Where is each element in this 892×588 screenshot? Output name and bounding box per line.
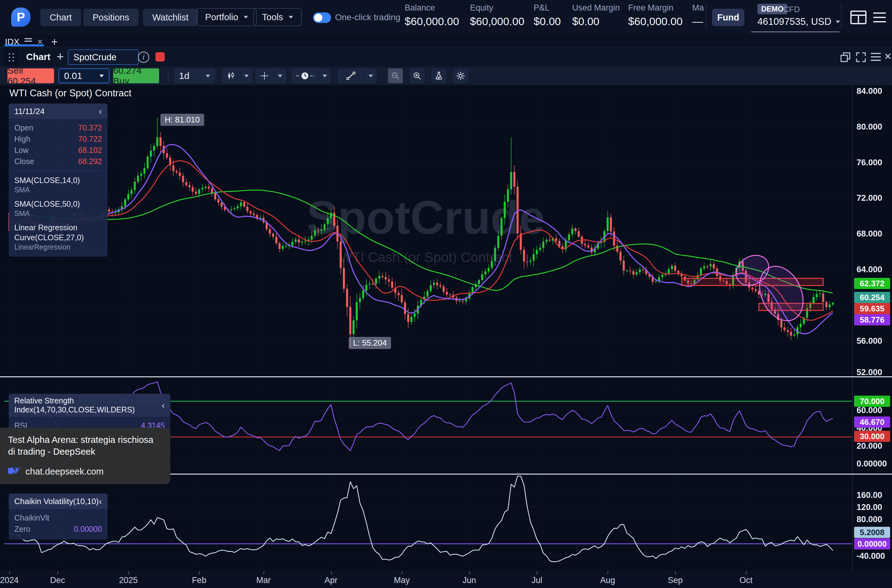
panel-separator[interactable] [0,376,892,377]
settings-gear-icon[interactable] [453,68,468,83]
legend-row: Low68.102 [14,144,102,156]
time-axis-label: Dec [50,576,65,585]
chart-type-dropdown[interactable] [222,68,252,83]
time-axis-label: Sep [668,576,682,585]
tools-dropdown[interactable]: Tools [253,8,302,26]
up-wicks [12,118,833,339]
separator [841,4,842,28]
zoom-out-button[interactable] [388,68,403,83]
deepseek-logo-icon [8,467,21,476]
info-icon[interactable]: i [138,52,149,63]
chevron-down-icon [836,21,840,23]
price-tick: 68.000 [857,229,882,238]
chaikin-line [9,476,833,562]
pnl-stat: P&L$0.00 [534,3,561,28]
collapse-legend-icon[interactable]: ‹ [162,400,165,411]
close-panel-icon[interactable]: ✕ [884,51,892,62]
price-tick: 56.000 [857,336,882,346]
crosshair-dropdown[interactable] [255,68,286,83]
time-axis-label: Feb [192,576,206,585]
time-axis-label: 2024 [0,576,19,585]
candlestick-type-icon[interactable] [222,68,240,83]
divider [285,70,285,82]
chart-canvas[interactable] [0,0,892,588]
indicator-name[interactable]: SMA(CLOSE,50,0) [14,199,102,209]
ohlc-legend: 11/11/24‹ Open70.372 High70.722 Low68.10… [9,104,108,257]
chevron-down-icon [244,16,248,19]
chevron-down-icon[interactable] [241,68,252,83]
time-axis-tick [675,571,676,574]
high-price-marker: H: 81.010 [160,114,204,126]
indicator-name[interactable]: Linear Regression Curve(CLOSE,27,0) [14,222,102,242]
price-tick: 52.000 [857,368,882,377]
separator [706,4,706,28]
demo-badge: DEMO [757,4,787,14]
time-axis-label: 2025 [119,576,138,585]
quantity-dropdown[interactable]: 0.01 [58,68,109,83]
rsi-badge: 30.000 [854,431,890,442]
time-axis-label: Apr [324,576,337,585]
chevron-down-icon[interactable] [319,68,331,83]
equity-stat: Equity$60,000.00 [470,3,524,28]
link-preview-tooltip: Test Alpha Arena: strategia rischiosa di… [0,428,170,484]
zoom-in-button[interactable] [410,68,424,83]
menu-icon[interactable] [873,11,886,24]
time-axis-tick [264,571,264,574]
time-axis-tick [331,571,331,574]
top-header: P Chart Positions Watchlist Portfolio To… [0,0,892,35]
collapse-legend-icon[interactable]: ‹ [99,106,102,117]
time-axis-tick [608,571,608,574]
rsi-badge: 70.000 [854,396,890,407]
chaikin-legend: Chaikin Volatility(10,10)‹ ChaikinVlt Ze… [9,494,108,540]
price-tick: 72.000 [857,193,882,203]
legend-row: High70.722 [14,134,102,144]
add-panel-button[interactable]: + [57,50,64,64]
rsi-tick: 20.000 [857,441,882,451]
indicators-flask-icon[interactable] [432,68,446,83]
chevron-down-icon[interactable] [365,68,377,83]
symbol-input[interactable] [68,50,139,65]
chaikin-badge: 0.00000 [854,538,890,549]
fullscreen-icon[interactable] [855,52,867,63]
margin-level-stat: Ma— [692,3,705,28]
nav-positions-button[interactable]: Positions [83,9,139,26]
nav-chart-button[interactable]: Chart [40,9,81,26]
one-click-trading-toggle[interactable] [313,12,331,23]
drawing-tools-dropdown[interactable] [337,68,377,83]
legend-row: ChaikinVlt [14,512,102,524]
time-axis-label: Jul [531,576,542,585]
legend-row: Close68.292 [14,156,102,167]
drag-handle[interactable] [4,48,19,66]
chevron-down-icon[interactable] [274,68,286,83]
app-logo-icon: P [11,8,30,27]
time-axis-tick [402,571,402,574]
one-click-trading-label: One-click trading [335,12,400,22]
fund-button[interactable]: Fund [712,9,744,26]
price-tick: 64.000 [857,265,882,274]
trendline-icon[interactable] [337,68,364,83]
cfd-label: CFD [783,4,800,14]
nav-watchlist-button[interactable]: Watchlist [143,9,198,26]
portfolio-dropdown[interactable]: Portfolio [196,8,257,26]
layout-panels-icon[interactable] [850,10,867,24]
crosshair-icon[interactable] [255,68,273,83]
collapse-legend-icon[interactable]: ‹ [99,496,102,507]
panel-menu-icon[interactable] [870,52,882,62]
account-selector[interactable]: 461097535, USD [757,16,840,27]
sell-button[interactable]: Sell 60.254 [7,68,54,83]
session-breaks-dropdown[interactable] [292,68,331,83]
indicator-name[interactable]: SMA(CLOSE,14,0) [14,175,102,185]
price-badge: 58.776 [854,314,890,326]
chart-title: WTI Cash (or Spot) Contract [9,88,132,99]
instrument-color-swatch[interactable] [155,52,165,62]
tooltip-url[interactable]: chat.deepseek.com [25,466,103,477]
time-axis-tick [9,571,10,574]
chaikin-badge: 5.2008 [854,527,890,538]
timeframe-dropdown[interactable]: 1d [174,68,215,83]
time-axis-tick [469,571,470,574]
buy-button[interactable]: 60.274 Buy [113,68,159,83]
price-tick: 84.000 [857,86,882,96]
session-clock-icon[interactable] [292,68,318,83]
duplicate-panel-icon[interactable] [840,52,851,63]
time-axis-label: May [394,576,410,585]
